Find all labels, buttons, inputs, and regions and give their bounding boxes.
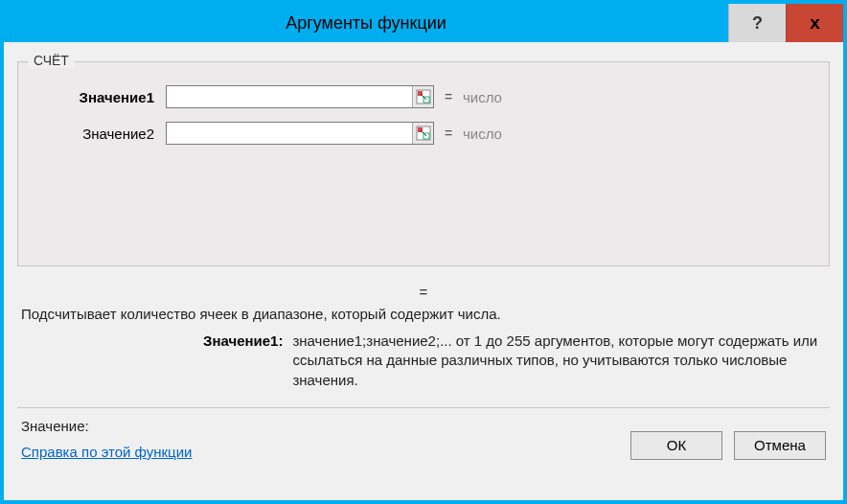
bottom-right: ОК Отмена bbox=[630, 431, 826, 460]
function-name-legend: СЧЁТ bbox=[28, 53, 75, 68]
range-selector-button[interactable] bbox=[412, 86, 433, 107]
argument1-input[interactable] bbox=[167, 86, 412, 107]
help-button[interactable]: ? bbox=[728, 4, 786, 42]
cancel-button[interactable]: Отмена bbox=[734, 431, 826, 460]
separator bbox=[17, 407, 830, 408]
argument-input-wrap bbox=[166, 122, 434, 145]
formula-result-equals: = bbox=[21, 284, 826, 300]
argument-label: Значение1 bbox=[32, 89, 166, 105]
close-button[interactable]: x bbox=[786, 4, 843, 42]
bottom-left: Значение: Справка по этой функции bbox=[21, 418, 192, 460]
parameter-text: значение1;значение2;... от 1 до 255 аргу… bbox=[292, 332, 818, 390]
titlebar: Аргументы функции ? x bbox=[4, 4, 843, 42]
equals-sign: = bbox=[434, 126, 463, 141]
parameter-name: Значение1: bbox=[203, 332, 292, 390]
titlebar-buttons: ? x bbox=[728, 4, 843, 42]
range-selector-icon bbox=[416, 89, 431, 104]
dialog-window: Аргументы функции ? x СЧЁТ Значение1 bbox=[0, 0, 847, 504]
equals-sign: = bbox=[434, 89, 463, 104]
function-help-link[interactable]: Справка по этой функции bbox=[21, 444, 192, 460]
bottom-bar: Значение: Справка по этой функции ОК Отм… bbox=[17, 416, 830, 462]
argument-row: Значение2 = bbox=[32, 122, 815, 145]
ok-button[interactable]: ОК bbox=[630, 431, 722, 460]
argument-result: число bbox=[463, 89, 502, 105]
function-description: Подсчитывает количество ячеек в диапазон… bbox=[21, 306, 826, 322]
argument-row: Значение1 = bbox=[32, 85, 815, 108]
arguments-group: СЧЁТ Значение1 bbox=[17, 61, 830, 266]
result-value-label: Значение: bbox=[21, 418, 192, 434]
description-area: = Подсчитывает количество ячеек в диапаз… bbox=[17, 266, 830, 394]
argument2-input[interactable] bbox=[167, 123, 412, 144]
argument-result: число bbox=[463, 126, 502, 142]
range-selector-icon bbox=[416, 126, 431, 141]
client-area: СЧЁТ Значение1 bbox=[4, 42, 843, 500]
window-title: Аргументы функции bbox=[4, 4, 728, 42]
argument-label: Значение2 bbox=[32, 126, 166, 142]
range-selector-button[interactable] bbox=[412, 123, 433, 144]
parameter-description: Значение1: значение1;значение2;... от 1 … bbox=[203, 332, 818, 390]
argument-input-wrap bbox=[166, 85, 434, 108]
